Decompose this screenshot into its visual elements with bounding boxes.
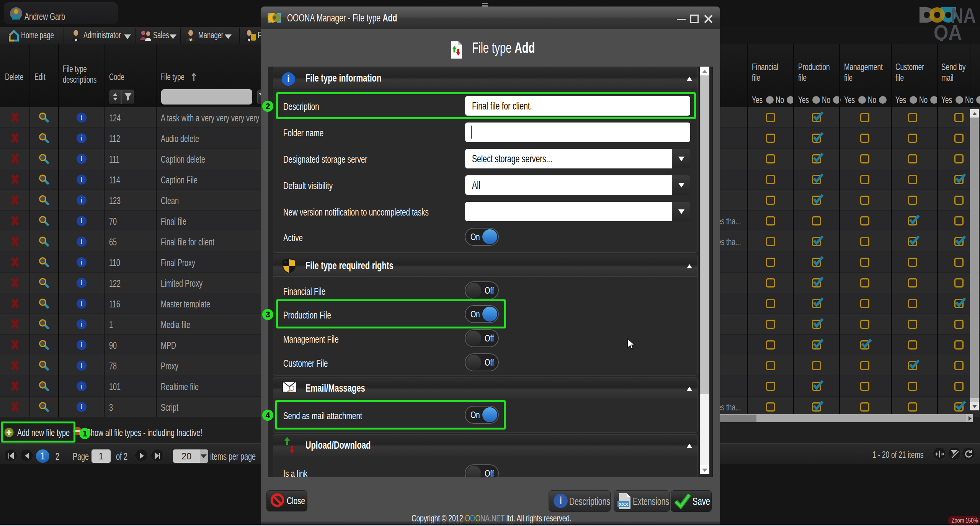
svg-text:xxx: xxx [619,501,629,507]
svg-text:QA: QA [934,20,962,41]
